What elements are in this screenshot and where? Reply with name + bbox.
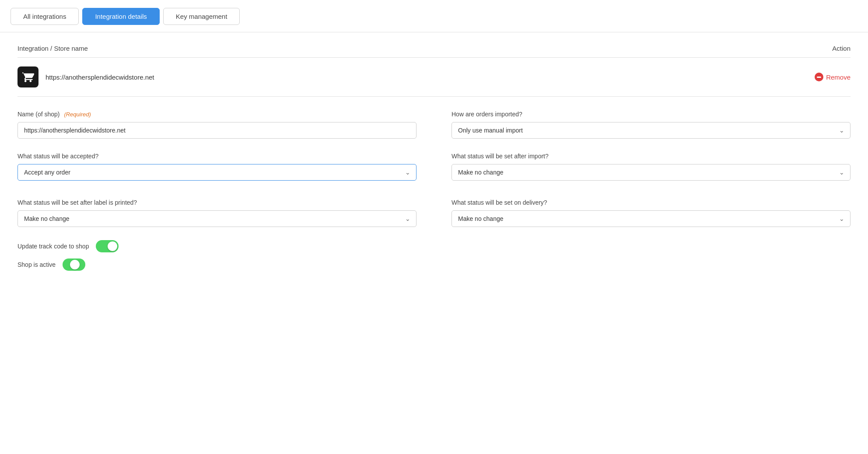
remove-label: Remove (826, 73, 850, 81)
header-row: Integration / Store name Action (18, 32, 850, 57)
status-label-group-inner: What status will be set after label is p… (18, 199, 416, 227)
required-badge: (Required) (64, 111, 91, 118)
status-after-import-select[interactable]: Make no change (452, 164, 850, 181)
store-icon (18, 66, 38, 87)
import-select[interactable]: Only use manual import (452, 122, 850, 139)
remove-button[interactable]: Remove (815, 73, 850, 81)
tab-all-integrations[interactable]: All integrations (10, 8, 79, 25)
name-input[interactable] (18, 122, 416, 139)
form-section: Name (of shop) (Required) How are orders… (18, 97, 850, 281)
tabs-bar: All integrations Integration details Key… (0, 0, 868, 25)
status-accepted-group: What status will be accepted? Accept any… (18, 153, 416, 271)
shop-active-toggle-item: Shop is active (18, 258, 416, 271)
status-after-label-select[interactable]: Make no change (18, 210, 416, 227)
status-after-label-select-wrapper: Make no change ⌄ (18, 210, 416, 227)
status-after-label-label: What status will be set after label is p… (18, 199, 416, 206)
status-delivery-select-wrapper: Make no change ⌄ (452, 210, 850, 227)
status-delivery-label: What status will be set on delivery? (452, 199, 850, 206)
name-label: Name (of shop) (Required) (18, 111, 416, 118)
track-code-label: Update track code to shop (18, 243, 89, 250)
import-label: How are orders imported? (452, 111, 850, 118)
track-code-toggle-item: Update track code to shop (18, 240, 416, 252)
form-grid: Name (of shop) (Required) How are orders… (18, 111, 850, 271)
status-delivery-group-inner: What status will be set on delivery? Mak… (452, 199, 850, 227)
status-accepted-select-wrapper: Accept any order ⌄ (18, 164, 416, 181)
toggles-section: Update track code to shop Shop is active (18, 231, 416, 271)
cart-icon (22, 71, 34, 83)
tab-key-management[interactable]: Key management (163, 8, 240, 25)
remove-icon (815, 73, 823, 81)
breadcrumb: Integration / Store name (18, 45, 88, 52)
status-accepted-label: What status will be accepted? (18, 153, 416, 160)
main-content: Integration / Store name Action https://… (0, 32, 868, 281)
status-delivery-select[interactable]: Make no change (452, 210, 850, 227)
action-label: Action (832, 45, 850, 52)
import-select-wrapper: Only use manual import ⌄ (452, 122, 850, 139)
store-info: https://anothersplendidecwidstore.net (18, 66, 154, 87)
status-after-import-select-wrapper: Make no change ⌄ (452, 164, 850, 181)
shop-active-label: Shop is active (18, 261, 56, 268)
store-url: https://anothersplendidecwidstore.net (46, 73, 154, 81)
status-accepted-select[interactable]: Accept any order (18, 164, 416, 181)
import-group: How are orders imported? Only use manual… (452, 111, 850, 139)
tab-integration-details[interactable]: Integration details (82, 8, 159, 25)
shop-active-thumb (70, 260, 80, 269)
shop-active-toggle[interactable] (63, 258, 85, 271)
track-code-toggle[interactable] (96, 240, 119, 252)
status-after-import-group: What status will be set after import? Ma… (452, 153, 850, 271)
name-group: Name (of shop) (Required) (18, 111, 416, 139)
store-row: https://anothersplendidecwidstore.net Re… (18, 58, 850, 97)
status-after-import-label: What status will be set after import? (452, 153, 850, 160)
